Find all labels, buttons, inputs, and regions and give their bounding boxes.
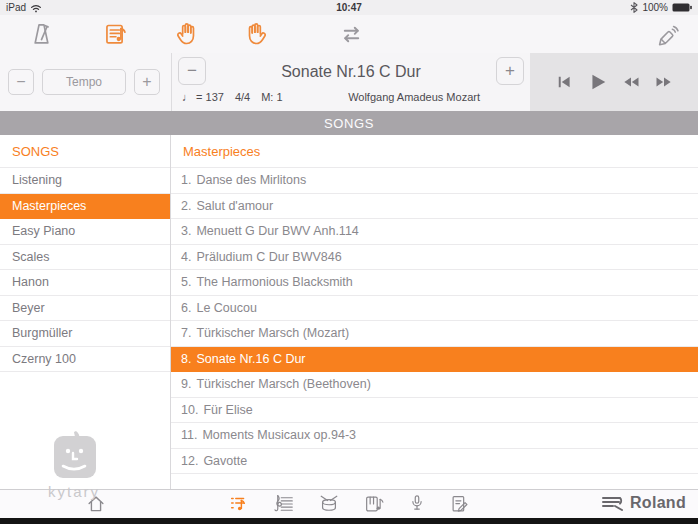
top-toolbar	[0, 15, 698, 53]
sidebar-item-listening[interactable]: Listening	[0, 168, 170, 194]
song-row[interactable]: 9.Türkischer Marsch (Beethoven)	[171, 372, 698, 398]
tempo-section: − Tempo +	[0, 53, 172, 111]
song-list-icon[interactable]	[228, 493, 250, 515]
roland-mark-icon	[601, 495, 627, 511]
roland-brand-text: Roland	[630, 494, 686, 512]
battery-percent: 100%	[642, 2, 668, 13]
transport-row: − Tempo + − + Sonate Nr.16 C Dur ♩ = 137…	[0, 53, 698, 111]
tempo-button[interactable]: Tempo	[42, 69, 126, 95]
song-info-panel: − + Sonate Nr.16 C Dur ♩ = 137 4/4 M: 1 …	[172, 53, 530, 111]
battery-icon	[672, 3, 692, 12]
notepad-icon[interactable]	[449, 493, 471, 515]
score-icon[interactable]	[103, 21, 130, 48]
composer: Wolfgang Amadeus Mozart	[348, 91, 480, 103]
left-hand-icon[interactable]	[173, 21, 200, 48]
tempo-minus-button[interactable]: −	[8, 69, 34, 95]
sidebar-item-hanon[interactable]: Hanon	[0, 270, 170, 296]
screen-bottom-strip	[0, 518, 698, 524]
right-hand-icon[interactable]	[243, 21, 270, 48]
sheet-music-icon[interactable]	[273, 493, 295, 515]
keyboard-icon[interactable]	[363, 493, 385, 515]
sidebar-item-beyer[interactable]: Beyer	[0, 296, 170, 322]
song-title: Sonate Nr.16 C Dur	[172, 53, 530, 81]
kytary-logo-icon	[46, 428, 102, 482]
wireless-pen-icon[interactable]	[653, 24, 680, 51]
song-row[interactable]: 11.Moments Musicaux op.94-3	[171, 423, 698, 449]
song-plus-button[interactable]: +	[496, 57, 524, 85]
song-row[interactable]: 1.Danse des Mirlitons	[171, 168, 698, 194]
clock: 10:47	[0, 2, 698, 13]
playback-controls	[530, 53, 698, 111]
bluetooth-icon	[630, 2, 638, 13]
status-bar: iPad 10:47 100%	[0, 0, 698, 15]
song-row[interactable]: 5.The Harmonious Blacksmith	[171, 270, 698, 296]
songs-banner: SONGS	[0, 111, 698, 135]
kytary-watermark: kytary	[30, 428, 118, 500]
repeat-icon[interactable]	[338, 21, 365, 48]
watermark-label: kytary	[30, 483, 118, 500]
tempo-plus-button[interactable]: +	[134, 69, 160, 95]
time-signature: 4/4	[235, 91, 250, 103]
metronome-icon[interactable]	[28, 21, 55, 48]
sidebar-item-scales[interactable]: Scales	[0, 245, 170, 271]
song-row[interactable]: 3.Menuett G Dur BWV Anh.114	[171, 219, 698, 245]
song-row[interactable]: 4.Präludium C Dur BWV846	[171, 245, 698, 271]
song-row[interactable]: 7.Türkischer Marsch (Mozart)	[171, 321, 698, 347]
song-row[interactable]: 6.Le Coucou	[171, 296, 698, 322]
song-list-header: Masterpieces	[171, 135, 698, 168]
song-row[interactable]: 2.Salut d'amour	[171, 194, 698, 220]
measure-counter: M: 1	[261, 91, 282, 103]
sidebar-item-easy-piano[interactable]: Easy Piano	[0, 219, 170, 245]
drum-icon[interactable]	[318, 493, 340, 515]
song-list: Masterpieces 1.Danse des Mirlitons 2.Sal…	[171, 135, 698, 489]
song-row[interactable]: 10.Für Elise	[171, 398, 698, 424]
fast-forward-icon[interactable]	[654, 72, 674, 92]
skip-to-start-icon[interactable]	[555, 73, 573, 91]
song-row-selected[interactable]: 8.Sonate Nr.16 C Dur	[171, 347, 698, 373]
tempo-value: ♩ = 137	[182, 91, 224, 103]
roland-logo: Roland	[601, 494, 686, 512]
play-icon[interactable]	[586, 71, 608, 93]
microphone-icon[interactable]	[406, 493, 428, 515]
song-row[interactable]: 12.Gavotte	[171, 449, 698, 475]
sidebar-header: SONGS	[0, 135, 170, 168]
sidebar-item-burgmuller[interactable]: Burgmüller	[0, 321, 170, 347]
sidebar-item-masterpieces[interactable]: Masterpieces	[0, 194, 170, 220]
rewind-icon[interactable]	[621, 72, 641, 92]
song-minus-button[interactable]: −	[178, 57, 206, 85]
sidebar-item-czerny-100[interactable]: Czerny 100	[0, 347, 170, 373]
